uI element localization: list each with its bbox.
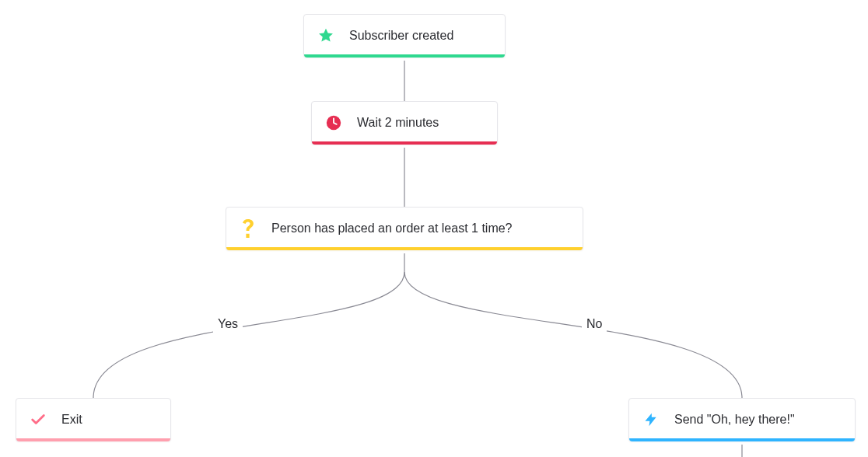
automation-flow-canvas: Yes No Subscriber created Wait 2 minutes… bbox=[0, 0, 868, 457]
question-icon bbox=[239, 219, 257, 238]
check-icon bbox=[29, 410, 47, 429]
node-wait[interactable]: Wait 2 minutes bbox=[311, 101, 498, 145]
node-trigger[interactable]: Subscriber created bbox=[303, 14, 506, 58]
node-trigger-label: Subscriber created bbox=[349, 29, 453, 43]
node-exit[interactable]: Exit bbox=[16, 398, 171, 441]
node-wait-label: Wait 2 minutes bbox=[357, 116, 439, 130]
node-accent bbox=[16, 438, 170, 441]
branch-label-no: No bbox=[582, 316, 607, 333]
branch-label-yes: Yes bbox=[213, 316, 243, 333]
node-send[interactable]: Send "Oh, hey there!" bbox=[628, 398, 856, 441]
node-accent bbox=[629, 438, 855, 441]
node-accent bbox=[226, 247, 583, 250]
lightning-icon bbox=[642, 410, 660, 429]
node-exit-label: Exit bbox=[61, 413, 82, 427]
clock-icon bbox=[324, 113, 343, 132]
node-accent bbox=[312, 141, 497, 145]
node-accent bbox=[304, 54, 505, 58]
node-condition[interactable]: Person has placed an order at least 1 ti… bbox=[226, 207, 583, 250]
star-icon bbox=[317, 26, 335, 45]
node-send-label: Send "Oh, hey there!" bbox=[674, 413, 795, 427]
node-condition-label: Person has placed an order at least 1 ti… bbox=[271, 222, 513, 235]
